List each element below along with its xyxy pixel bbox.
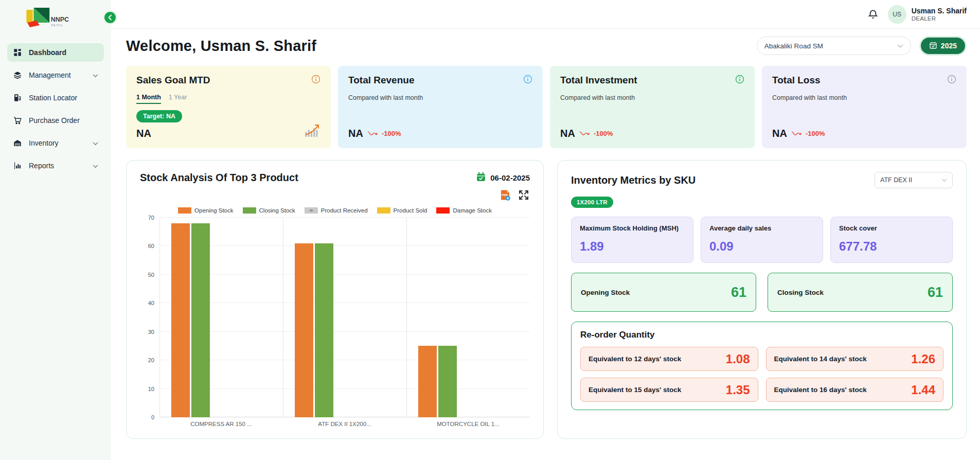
- bar-closing-stock[interactable]: [315, 243, 333, 417]
- legend-swatch: [243, 207, 256, 214]
- date-value: 06-02-2025: [490, 173, 530, 182]
- page-title: Welcome, Usman S. Sharif: [126, 38, 316, 55]
- bar-opening-stock[interactable]: [171, 223, 190, 417]
- growth-chart-icon: [304, 123, 320, 139]
- date-picker[interactable]: 06-02-2025: [476, 172, 530, 184]
- sales-goal-card: Sales Goal MTD 1 Month 1 Year Target: NA…: [126, 66, 331, 148]
- legend-item[interactable]: Closing Stock: [243, 207, 295, 214]
- legend-swatch: [305, 207, 318, 214]
- chart-x-axis: COMPRESS AR 150 ...ATF DEX II 1X200...MO…: [159, 421, 530, 427]
- year-picker-button[interactable]: 2025: [919, 36, 967, 56]
- topbar: US Usman S. Sharif DEALER: [111, 0, 980, 29]
- compare-text: Compared with last month: [772, 94, 956, 101]
- sidebar-item-label: Dashboard: [29, 48, 66, 57]
- year-picker-label: 2025: [941, 42, 957, 50]
- y-tick-label: 10: [148, 386, 154, 392]
- station-select[interactable]: Abakaliki Road SM: [757, 37, 911, 55]
- sidebar-menu: Dashboard Management Station Locator Pur…: [0, 43, 111, 175]
- stock-label: Closing Stock: [777, 289, 824, 296]
- export-pdf-icon[interactable]: PDF: [499, 189, 511, 201]
- info-icon[interactable]: [311, 75, 320, 84]
- station-select-value: Abakaliki Road SM: [764, 42, 823, 50]
- legend-item[interactable]: Opening Stock: [178, 207, 233, 214]
- legend-item[interactable]: Product Received: [305, 207, 368, 214]
- reorder-quantity-section: Re-order Quantity Equivalent to 12 days'…: [571, 322, 953, 410]
- user-menu[interactable]: US Usman S. Sharif DEALER: [888, 5, 967, 24]
- bar-opening-stock[interactable]: [418, 346, 437, 417]
- metrics-row: Maximum Stock Holding (MSH) 1.89 Average…: [571, 217, 953, 263]
- info-icon[interactable]: [523, 75, 532, 84]
- bar-closing-stock[interactable]: [438, 346, 457, 417]
- compare-text: Compared with last month: [560, 94, 744, 101]
- chart-y-axis: 010203040506070: [140, 218, 159, 417]
- nnpc-retail-logo: NNPC RETAIL: [25, 5, 111, 32]
- reorder-label: Equivalent to 15 days' stock: [589, 386, 681, 394]
- legend-item[interactable]: Damage Stock: [436, 207, 491, 214]
- stock-value: 61: [928, 285, 943, 300]
- reorder-value: 1.44: [911, 383, 935, 397]
- reorder-label: Equivalent to 14 days' stock: [774, 355, 867, 363]
- legend-swatch: [178, 207, 191, 214]
- metric-card-avg-daily-sales: Average daily sales 0.09: [701, 217, 823, 263]
- chevron-down-icon: [93, 71, 98, 79]
- sidebar-item-reports[interactable]: Reports: [7, 156, 104, 175]
- metric-label: Average daily sales: [709, 224, 814, 232]
- sidebar-item-label: Reports: [29, 162, 54, 170]
- legend-label: Product Sold: [394, 207, 427, 214]
- y-tick-label: 60: [148, 243, 154, 249]
- reorder-value: 1.08: [726, 352, 750, 366]
- reorder-label: Equivalent to 16 days' stock: [774, 386, 867, 394]
- stock-label: Opening Stock: [581, 289, 630, 296]
- legend-swatch: [436, 207, 450, 214]
- card-title: Sales Goal MTD: [136, 75, 210, 86]
- chart-legend: Opening StockClosing StockProduct Receiv…: [140, 207, 530, 214]
- tab-1-month[interactable]: 1 Month: [136, 94, 161, 104]
- avatar: US: [888, 5, 906, 24]
- legend-swatch: [377, 207, 390, 214]
- sidebar-item-purchase-order[interactable]: Purchase Order: [7, 111, 104, 130]
- calendar-icon: [929, 41, 937, 51]
- sales-goal-value: NA: [136, 128, 151, 139]
- info-icon[interactable]: [735, 75, 744, 84]
- panel-title: Inventory Metrics by SKU: [571, 174, 696, 186]
- svg-text:NNPC: NNPC: [51, 16, 69, 23]
- stocks-row: Opening Stock 61 Closing Stock 61: [571, 273, 953, 312]
- kpi-value: NA: [348, 128, 363, 139]
- reorder-title: Re-order Quantity: [580, 330, 943, 340]
- bar-opening-stock[interactable]: [295, 243, 313, 417]
- tab-1-year[interactable]: 1 Year: [169, 94, 187, 104]
- cart-icon: [13, 116, 22, 125]
- fuel-pump-icon: [13, 93, 22, 102]
- y-tick-label: 30: [148, 329, 154, 335]
- notification-bell-icon[interactable]: [867, 9, 879, 20]
- fullscreen-icon[interactable]: [518, 189, 530, 201]
- sku-badge: 1X200 LTR: [571, 197, 613, 208]
- svg-text:PDF: PDF: [502, 193, 509, 197]
- sku-select[interactable]: ATF DEX II: [875, 172, 953, 188]
- legend-label: Opening Stock: [194, 207, 233, 214]
- main-content: Welcome, Usman S. Sharif Abakaliki Road …: [111, 29, 980, 460]
- legend-item[interactable]: Product Sold: [377, 207, 427, 214]
- chevron-down-icon: [941, 176, 947, 184]
- panel-title: Stock Analysis Of Top 3 Product: [140, 172, 298, 184]
- sidebar-item-dashboard[interactable]: Dashboard: [7, 43, 104, 62]
- trend-down-icon: [579, 129, 590, 138]
- reorder-card-14-days: Equivalent to 14 days' stock 1.26: [766, 347, 944, 371]
- svg-text:RETAIL: RETAIL: [51, 24, 63, 27]
- y-tick-label: 50: [148, 272, 154, 278]
- sidebar-item-station-locator[interactable]: Station Locator: [7, 89, 104, 107]
- total-loss-card: Total Loss Compared with last month NA -…: [762, 66, 967, 148]
- x-tick-label: COMPRESS AR 150 ...: [159, 421, 283, 427]
- x-tick-label: MOTORCYCLE OIL 1...: [406, 421, 530, 427]
- reorder-value: 1.35: [726, 383, 750, 397]
- user-role: DEALER: [912, 15, 967, 22]
- kpi-value: NA: [772, 128, 787, 139]
- bar-closing-stock[interactable]: [191, 223, 210, 417]
- sidebar-item-management[interactable]: Management: [7, 66, 104, 84]
- chart-category: [407, 218, 530, 417]
- sidebar-collapse-button[interactable]: [103, 10, 117, 25]
- reorder-card-16-days: Equivalent to 16 days' stock 1.44: [766, 378, 944, 402]
- info-icon[interactable]: [947, 75, 956, 84]
- sidebar-item-inventory[interactable]: Inventory: [7, 134, 104, 152]
- legend-label: Product Received: [321, 207, 368, 214]
